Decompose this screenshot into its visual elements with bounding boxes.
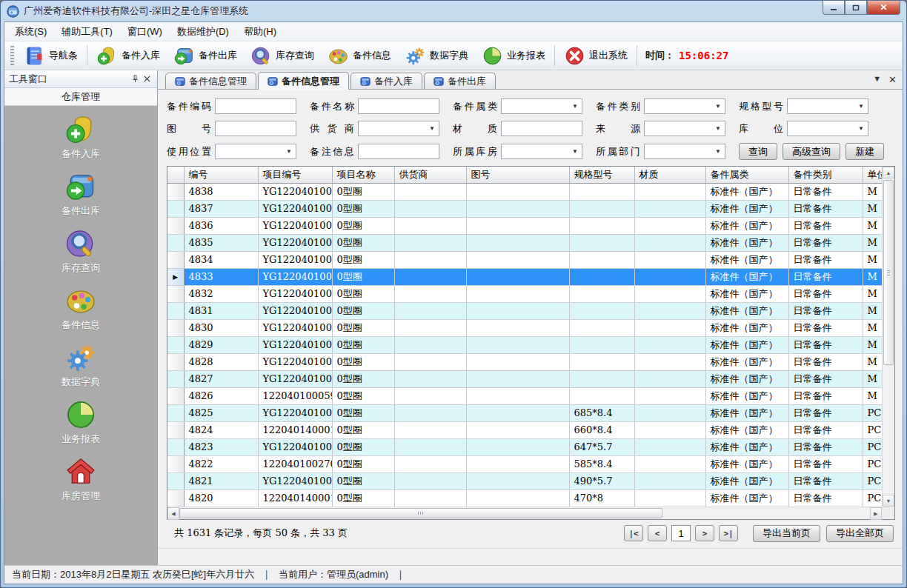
sidebar-item-parts-inbound[interactable]: 备件入库 xyxy=(36,113,125,161)
usage-position-select[interactable]: ▼ xyxy=(215,144,296,159)
tab-1[interactable]: 备件信息管理 xyxy=(258,72,349,90)
toolbar-button-data-dictionary[interactable]: 数据字典 xyxy=(398,43,475,68)
row-selector[interactable] xyxy=(167,387,184,404)
table-row[interactable]: 4828YG122040100830型圈标准件（国产）日常备件M xyxy=(167,353,882,370)
first-page-button[interactable]: |< xyxy=(624,525,643,541)
vertical-scrollbar[interactable]: ▲ ▼ xyxy=(882,167,894,507)
spec-model-select[interactable]: ▼ xyxy=(787,98,868,114)
row-selector-header[interactable] xyxy=(167,167,184,183)
pin-icon[interactable] xyxy=(129,73,141,85)
table-row[interactable]: 4835YG122040100900型圈标准件（国产）日常备件M xyxy=(167,234,882,251)
sidebar-group-header[interactable]: 仓库管理 xyxy=(4,88,157,106)
part-genus-select[interactable]: ▼ xyxy=(501,98,582,114)
column-header-0[interactable]: 编号 xyxy=(184,167,258,183)
material-input[interactable] xyxy=(501,121,582,136)
location-select[interactable]: ▼ xyxy=(787,121,868,136)
advanced-query-button[interactable]: 高级查询 xyxy=(783,143,840,160)
row-selector[interactable] xyxy=(167,404,184,421)
scroll-left-icon[interactable]: ◀ xyxy=(167,507,179,520)
table-row[interactable]: 4837YG122040100920型圈标准件（国产）日常备件M xyxy=(167,200,882,217)
column-header-9[interactable]: 单位 xyxy=(863,167,882,183)
remark-input[interactable] xyxy=(358,144,439,159)
table-row[interactable]: 4821YG122040100790型圈490*5.7标准件（国产）日常备件PC xyxy=(167,472,882,490)
menu-item[interactable]: 辅助工具(T) xyxy=(54,22,120,41)
row-selector[interactable] xyxy=(167,421,184,438)
table-row[interactable]: 482212204010027000型圈585*8.4标准件（国产）日常备件PC xyxy=(167,455,882,472)
toolbar-button-business-report[interactable]: 业务报表 xyxy=(475,43,552,68)
table-row[interactable]: 482412204014000120型圈660*8.4标准件（国产）日常备件PC xyxy=(167,421,882,438)
column-header-3[interactable]: 供货商 xyxy=(394,167,466,183)
last-page-button[interactable]: >| xyxy=(719,525,738,541)
supplier-select[interactable]: ▼ xyxy=(358,121,439,136)
column-header-1[interactable]: 项目编号 xyxy=(258,167,332,183)
part-category-select[interactable]: ▼ xyxy=(644,98,725,114)
row-selector[interactable] xyxy=(167,302,184,319)
table-row[interactable]: 482612204010005990型圈标准件（国产）日常备件M xyxy=(167,387,882,404)
scroll-right-icon[interactable]: ▶ xyxy=(870,507,882,520)
scroll-down-icon[interactable]: ▼ xyxy=(883,495,894,507)
table-row[interactable]: 4836YG122040100910型圈标准件（国产）日常备件M xyxy=(167,217,882,234)
table-row[interactable]: 4829YG122040100840型圈标准件（国产）日常备件M xyxy=(167,336,882,353)
sidebar-item-parts-info[interactable]: 备件信息 xyxy=(36,284,125,332)
table-row[interactable]: 4834YG122040100890型圈标准件（国产）日常备件M xyxy=(167,251,882,268)
part-name-input[interactable] xyxy=(358,98,439,114)
horizontal-scrollbar[interactable]: ◀ ▶ xyxy=(167,507,882,519)
row-selector[interactable] xyxy=(167,472,184,490)
tab-3[interactable]: 备件出库 xyxy=(424,73,496,89)
toolbar-button-parts-info[interactable]: 备件信息 xyxy=(321,43,398,68)
export-current-page-button[interactable]: 导出当前页 xyxy=(753,525,820,542)
toolbar-button-parts-outbound[interactable]: 备件出库 xyxy=(167,43,244,68)
row-selector[interactable] xyxy=(167,234,184,251)
row-selector[interactable]: ▶ xyxy=(167,268,184,285)
column-header-7[interactable]: 备件属类 xyxy=(705,167,788,183)
warehouse-select[interactable]: ▼ xyxy=(501,144,582,159)
export-all-pages-button[interactable]: 导出全部页 xyxy=(826,525,894,542)
query-button[interactable]: 查询 xyxy=(739,143,777,160)
menu-item[interactable]: 窗口(W) xyxy=(120,22,170,41)
toolbar-button-inventory-query[interactable]: 库存查询 xyxy=(244,43,321,68)
sidebar-item-business-report[interactable]: 业务报表 xyxy=(36,398,125,446)
close-button[interactable]: ✕ xyxy=(867,1,900,15)
row-selector[interactable] xyxy=(167,353,184,370)
row-selector[interactable] xyxy=(167,490,184,507)
toolbar-button-navigator[interactable]: 导航条 xyxy=(17,43,84,68)
table-row[interactable]: 4825YG122040100810型圈685*8.4标准件（国产）日常备件PC xyxy=(167,404,882,421)
column-header-8[interactable]: 备件类别 xyxy=(788,167,863,183)
table-row[interactable]: 4838YG122040100930型圈标准件（国产）日常备件M xyxy=(167,183,882,200)
table-row[interactable]: 4832YG122040100870型圈标准件（国产）日常备件M xyxy=(167,285,882,302)
page-number-input[interactable]: 1 xyxy=(671,525,691,541)
column-header-4[interactable]: 图号 xyxy=(466,167,569,183)
part-code-input[interactable] xyxy=(215,98,296,114)
row-selector[interactable] xyxy=(167,183,184,200)
vertical-scroll-thumb[interactable] xyxy=(883,180,894,365)
horizontal-scroll-thumb[interactable] xyxy=(179,508,662,518)
column-header-5[interactable]: 规格型号 xyxy=(569,167,634,183)
row-selector[interactable] xyxy=(167,200,184,217)
source-select[interactable]: ▼ xyxy=(644,121,725,136)
row-selector[interactable] xyxy=(167,251,184,268)
toolbar-button-exit[interactable]: 退出系统 xyxy=(557,43,634,68)
table-row[interactable]: 4827YG122040100820型圈标准件（国产）日常备件M xyxy=(167,370,882,387)
row-selector[interactable] xyxy=(167,336,184,353)
row-selector[interactable] xyxy=(167,285,184,302)
table-row[interactable]: ▶4833YG122040100880型圈标准件（国产）日常备件M xyxy=(167,268,882,285)
sidebar-item-parts-outbound[interactable]: 备件出库 xyxy=(36,170,125,218)
table-row[interactable]: 4823YG122040100800型圈647*5.7标准件（国产）日常备件PC xyxy=(167,438,882,455)
toolbar-button-parts-inbound[interactable]: 备件入库 xyxy=(90,43,167,68)
close-tab-icon[interactable]: ✕ xyxy=(888,74,897,85)
row-selector[interactable] xyxy=(167,370,184,387)
sidebar-item-warehouse-management[interactable]: 库房管理 xyxy=(36,455,125,503)
department-select[interactable]: ▼ xyxy=(644,144,725,159)
sidebar-item-data-dictionary[interactable]: 数据字典 xyxy=(36,341,125,389)
maximize-button[interactable] xyxy=(845,1,867,15)
prev-page-button[interactable]: < xyxy=(648,525,667,541)
row-selector[interactable] xyxy=(167,319,184,336)
minimize-button[interactable] xyxy=(823,1,845,15)
close-icon[interactable] xyxy=(141,73,153,85)
table-row[interactable]: 482012204014000130型圈470*8标准件（国产）日常备件PC xyxy=(167,490,882,507)
menu-item[interactable]: 帮助(H) xyxy=(236,22,284,41)
scroll-up-icon[interactable]: ▲ xyxy=(883,167,894,178)
next-page-button[interactable]: > xyxy=(695,525,714,541)
toolbar-grip[interactable] xyxy=(10,46,14,65)
menu-item[interactable]: 数据维护(D) xyxy=(170,22,236,41)
